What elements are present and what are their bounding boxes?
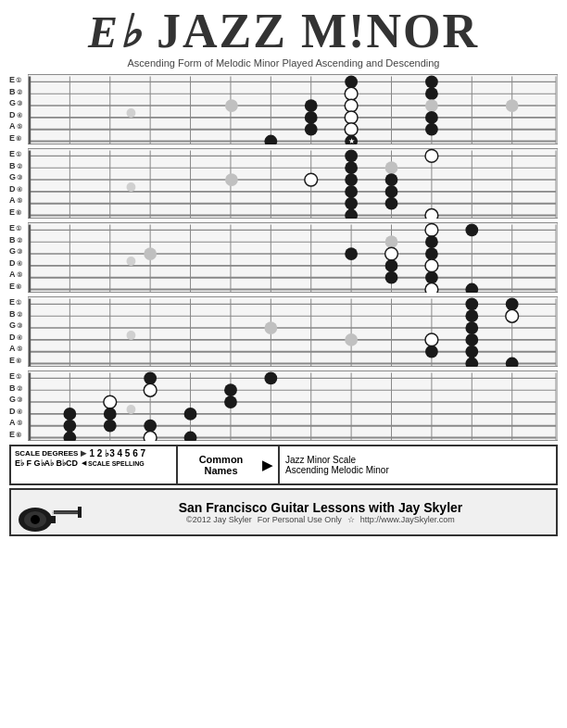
- svg-point-104: [385, 247, 398, 260]
- string-labels-3: E① B② G③ D④ A⑤ E⑥: [9, 222, 28, 293]
- string-e2-4: E⑥: [9, 357, 28, 365]
- string-b1-3: B②: [9, 236, 28, 245]
- svg-point-170: [264, 372, 277, 385]
- string-e2-2: E⑥: [9, 208, 28, 217]
- svg-point-35: [345, 123, 358, 136]
- svg-point-21: [127, 108, 136, 118]
- scale-degrees-values: 1 2 ♭3 4 5 6 7: [89, 448, 145, 458]
- string-e2-3: E⑥: [9, 282, 28, 291]
- fretboard-svg-5: [28, 370, 558, 441]
- svg-point-99: [465, 224, 478, 237]
- scale-degrees-label-row: SCALE DEGREES ▶ 1 2 ♭3 4 5 6 7: [15, 448, 172, 458]
- guitar-svg: [15, 492, 82, 533]
- svg-point-72: [345, 197, 358, 210]
- footer-text: San Francisco Guitar Lessons with Jay Sk…: [85, 500, 556, 524]
- svg-rect-189: [78, 507, 82, 518]
- svg-point-137: [506, 309, 519, 322]
- string-e2-5: E⑥: [9, 431, 28, 439]
- svg-point-176: [63, 408, 76, 420]
- footer-personal-use: For Personal Use Only: [258, 515, 342, 524]
- svg-point-109: [425, 271, 438, 284]
- svg-point-108: [385, 271, 398, 284]
- svg-point-177: [104, 408, 117, 420]
- svg-point-32: [345, 111, 358, 124]
- svg-rect-187: [48, 516, 56, 523]
- svg-point-142: [465, 333, 478, 346]
- svg-point-144: [465, 345, 478, 358]
- svg-point-69: [385, 173, 398, 186]
- svg-point-103: [345, 247, 358, 260]
- common-names-label: Common Names: [183, 454, 258, 476]
- svg-point-134: [465, 298, 478, 311]
- common-names-label-box: Common Names ▶: [178, 446, 280, 483]
- svg-point-179: [63, 420, 76, 433]
- fretboard-4: E① B② G③ D④ A⑤ E⑥: [9, 296, 558, 367]
- svg-point-106: [385, 259, 398, 272]
- svg-point-28: [345, 99, 358, 112]
- svg-rect-188: [54, 510, 80, 514]
- fretboard-1: E① B② G③ D④ A⑤ E⑥: [9, 74, 558, 144]
- string-e1-2: E①: [9, 150, 28, 158]
- svg-rect-40: [28, 149, 558, 219]
- svg-point-173: [104, 395, 117, 408]
- scale-spelling-values: E♭ F G♭A♭ B♭CD: [15, 458, 78, 468]
- svg-point-105: [425, 247, 438, 260]
- string-labels-4: E① B② G③ D④ A⑤ E⑥: [9, 296, 28, 367]
- svg-point-73: [385, 197, 398, 210]
- svg-point-135: [506, 298, 519, 311]
- string-e1-3: E①: [9, 224, 28, 232]
- svg-point-70: [345, 185, 358, 198]
- svg-point-107: [425, 259, 438, 272]
- scale-degrees-label: SCALE DEGREES: [15, 449, 78, 458]
- svg-point-169: [144, 372, 157, 385]
- svg-point-65: [385, 161, 398, 174]
- svg-point-68: [345, 173, 358, 186]
- common-name-1: Jazz Minor Scale: [285, 455, 550, 465]
- info-bar: SCALE DEGREES ▶ 1 2 ♭3 4 5 6 7 E♭ F G♭A♭…: [9, 445, 558, 485]
- svg-point-172: [224, 383, 237, 396]
- svg-point-193: [31, 515, 40, 524]
- string-b1-2: B②: [9, 162, 28, 170]
- svg-point-136: [465, 309, 478, 322]
- svg-point-36: [425, 123, 438, 136]
- svg-point-27: [305, 99, 318, 112]
- string-b1-4: B②: [9, 310, 28, 319]
- svg-point-62: [345, 150, 358, 163]
- svg-point-168: [127, 405, 136, 414]
- footer-url: http://www.JaySkyler.com: [360, 515, 455, 524]
- string-a1-2: A⑤: [9, 196, 28, 205]
- string-e1: E①: [9, 76, 28, 84]
- svg-point-174: [224, 395, 237, 408]
- footer-title: San Francisco Guitar Lessons with Jay Sk…: [85, 500, 556, 515]
- common-name-2: Ascending Melodic Minor: [285, 465, 550, 475]
- svg-point-183: [144, 432, 157, 441]
- svg-point-29: [425, 99, 438, 112]
- scale-spelling-row: E♭ F G♭A♭ B♭CD ◀ SCALE SPELLING: [15, 458, 172, 468]
- svg-point-33: [425, 111, 438, 124]
- fretboard-3: E① B② G③ D④ A⑤ E⑥: [9, 222, 558, 293]
- fretboard-5: E① B② G③ D④ A⑤ E⑥: [9, 370, 558, 441]
- svg-text:★: ★: [348, 137, 355, 144]
- fretboard-svg-4: [28, 296, 558, 367]
- svg-rect-0: [28, 75, 558, 144]
- string-labels-2: E① B② G③ D④ A⑤ E⑥: [9, 148, 28, 219]
- string-a1-5: A⑤: [9, 419, 28, 427]
- scale-spelling-arrow: ◀: [82, 459, 86, 467]
- guitar-icon-container: [11, 489, 85, 535]
- string-g1-5: G③: [9, 395, 28, 404]
- svg-rect-112: [28, 297, 558, 367]
- common-names-list: Jazz Minor Scale Ascending Melodic Minor: [280, 446, 556, 483]
- svg-point-139: [465, 321, 478, 334]
- string-labels-1: E① B② G③ D④ A⑤ E⑥: [9, 74, 28, 144]
- string-d1-2: D④: [9, 185, 28, 194]
- svg-point-75: [425, 209, 438, 219]
- common-names-arrow: ▶: [262, 458, 272, 472]
- string-g1-4: G③: [9, 321, 28, 330]
- svg-point-26: [225, 99, 238, 112]
- svg-point-143: [425, 345, 438, 358]
- svg-point-23: [425, 76, 438, 89]
- string-e1-4: E①: [9, 298, 28, 307]
- svg-point-180: [104, 420, 117, 433]
- page-title: E♭ JAZZ M!NOR: [88, 7, 479, 56]
- svg-point-100: [385, 235, 398, 248]
